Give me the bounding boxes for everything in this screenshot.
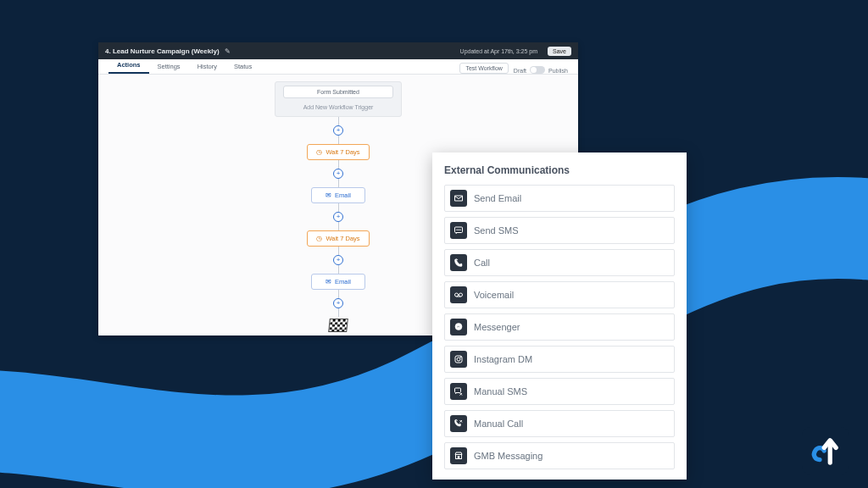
tab-actions[interactable]: Actions: [108, 58, 149, 74]
action-call[interactable]: Call: [444, 249, 675, 276]
svg-point-1: [457, 230, 458, 230]
action-label: Manual Call: [474, 419, 523, 429]
clock-icon: ◷: [316, 235, 322, 242]
finish-flag-icon: [328, 319, 348, 332]
trigger-pill[interactable]: Form Submitted: [283, 86, 393, 98]
instagram-icon: [450, 351, 467, 368]
sms-icon: [450, 222, 467, 239]
action-messenger[interactable]: Messenger: [444, 313, 675, 341]
edit-title-icon[interactable]: ✎: [225, 47, 231, 55]
manualcall-icon: [450, 415, 467, 432]
connector: [338, 308, 339, 317]
connector: [338, 117, 339, 125]
svg-point-4: [455, 293, 459, 297]
connector: [338, 247, 339, 255]
svg-rect-13: [458, 457, 459, 459]
connector: [338, 136, 339, 144]
svg-point-3: [460, 230, 461, 230]
svg-point-9: [457, 358, 460, 361]
test-workflow-button[interactable]: Test Workflow: [459, 63, 508, 74]
messenger-icon: [450, 319, 467, 336]
svg-rect-11: [455, 388, 461, 393]
step-label: Email: [335, 191, 351, 199]
action-label: Manual SMS: [474, 386, 527, 396]
updated-timestamp: Updated at Apr 17th, 3:25 pm: [460, 48, 537, 54]
action-label: Voicemail: [474, 290, 514, 300]
publish-label: Publish: [548, 68, 568, 74]
email-icon: ✉: [326, 191, 331, 199]
manualsms-icon: [450, 383, 467, 400]
connector: [338, 290, 339, 298]
action-manualcall[interactable]: Manual Call: [444, 410, 675, 437]
action-label: GMB Messaging: [474, 451, 542, 461]
wait-step[interactable]: ◷Wait 7 Days: [307, 230, 369, 247]
tab-history[interactable]: History: [189, 59, 225, 74]
action-gmb[interactable]: GMB Messaging: [444, 442, 675, 469]
tab-bar: Actions Settings History Status Test Wor…: [98, 59, 578, 75]
action-label: Messenger: [474, 322, 520, 332]
trigger-box: Form Submitted Add New Workflow Trigger: [275, 81, 402, 117]
action-manualsms[interactable]: Manual SMS: [444, 378, 675, 405]
publish-toggle[interactable]: [530, 66, 545, 74]
workflow-title: 4. Lead Nurture Campaign (Weekly): [105, 47, 220, 55]
tab-status[interactable]: Status: [225, 59, 260, 74]
action-label: Call: [474, 258, 490, 268]
action-label: Send Email: [474, 193, 521, 203]
gmb-icon: [450, 447, 467, 464]
email-icon: ✉: [326, 278, 331, 286]
email-step[interactable]: ✉Email: [311, 187, 365, 203]
tab-settings[interactable]: Settings: [149, 59, 189, 74]
action-voicemail[interactable]: Voicemail: [444, 281, 675, 308]
connector: [338, 179, 339, 187]
save-button[interactable]: Save: [548, 47, 571, 56]
email-icon: [450, 190, 467, 207]
panel-heading: External Communications: [444, 164, 675, 176]
add-step-button[interactable]: +: [333, 298, 343, 308]
add-step-button[interactable]: +: [333, 169, 343, 179]
svg-point-10: [460, 357, 461, 358]
connector: [338, 222, 339, 230]
step-label: Email: [335, 278, 351, 286]
action-instagram[interactable]: Instagram DM: [444, 346, 675, 373]
add-step-button[interactable]: +: [333, 125, 343, 136]
connector: [338, 203, 339, 212]
voicemail-icon: [450, 286, 467, 303]
call-icon: [450, 254, 467, 271]
connector: [338, 160, 339, 169]
external-communications-panel: External Communications Send EmailSend S…: [432, 152, 687, 480]
connector: [338, 265, 339, 274]
brand-logo: [802, 427, 849, 474]
svg-point-2: [459, 230, 459, 230]
draft-label: Draft: [514, 68, 526, 74]
step-label: Wait 7 Days: [326, 235, 359, 242]
window-titlebar: 4. Lead Nurture Campaign (Weekly) ✎ Upda…: [98, 42, 578, 59]
email-step[interactable]: ✉Email: [311, 274, 365, 290]
svg-point-5: [459, 293, 463, 297]
action-label: Instagram DM: [474, 354, 532, 364]
add-trigger-button[interactable]: Add New Workflow Trigger: [283, 102, 393, 113]
add-step-button[interactable]: +: [333, 212, 343, 222]
add-step-button[interactable]: +: [333, 255, 343, 265]
clock-icon: ◷: [316, 148, 322, 156]
step-label: Wait 7 Days: [326, 148, 359, 156]
action-label: Send SMS: [474, 225, 519, 236]
wait-step[interactable]: ◷Wait 7 Days: [307, 144, 369, 160]
action-sms[interactable]: Send SMS: [444, 217, 675, 244]
action-email[interactable]: Send Email: [444, 185, 675, 212]
